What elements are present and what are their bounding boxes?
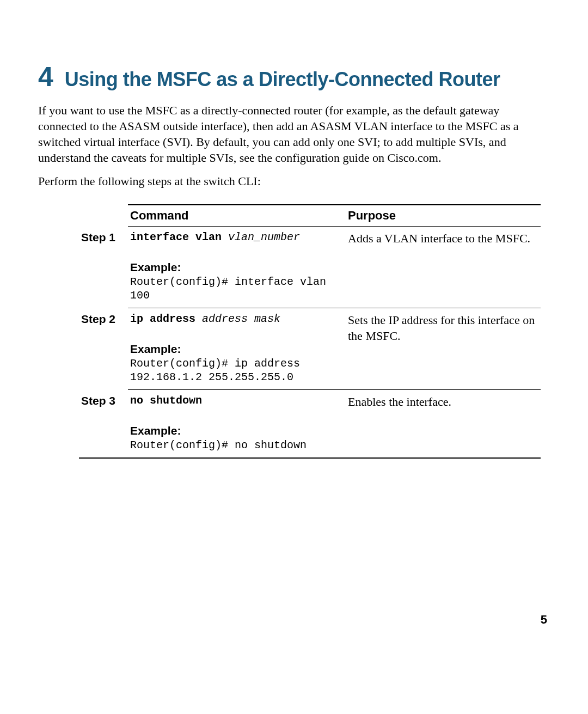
document-page: 4 Using the MSFC as a Directly-Connected… <box>0 0 588 714</box>
lead-paragraph: Perform the following steps at the switc… <box>38 173 547 189</box>
table-row: Step 1 interface vlan vlan_number Exampl… <box>79 227 541 308</box>
command-cell: no shutdown Example: Router(config)# no … <box>128 390 346 459</box>
table-row: Step 2 ip address address mask Example: … <box>79 308 541 390</box>
command-cell: ip address address mask Example: Router(… <box>128 308 346 390</box>
example-label: Example: <box>130 424 340 437</box>
command-syntax: no shutdown <box>130 394 340 407</box>
intro-paragraph: If you want to use the MSFC as a directl… <box>38 102 547 166</box>
command-keyword: no shutdown <box>130 394 202 407</box>
purpose-cell: Enables the interface. <box>346 390 541 459</box>
table-header-row: Command Purpose <box>79 205 541 227</box>
example-code: Router(config)# interface vlan 100 <box>130 275 340 302</box>
section-number: 4 <box>38 62 53 92</box>
step-label: Step 3 <box>79 390 128 459</box>
table-row: Step 3 no shutdown Example: Router(confi… <box>79 390 541 459</box>
page-number: 5 <box>541 613 547 627</box>
step-label: Step 2 <box>79 308 128 390</box>
command-keyword: interface vlan <box>130 231 222 243</box>
example-label: Example: <box>130 261 340 274</box>
command-cell: interface vlan vlan_number Example: Rout… <box>128 227 346 308</box>
section-heading: 4 Using the MSFC as a Directly-Connected… <box>38 61 547 93</box>
command-syntax: interface vlan vlan_number <box>130 231 340 243</box>
section-title: Using the MSFC as a Directly-Connected R… <box>65 68 500 90</box>
steps-table: Command Purpose Step 1 interface vlan vl… <box>79 204 541 459</box>
example-code: Router(config)# ip address 192.168.1.2 2… <box>130 357 340 384</box>
command-keyword: ip address <box>130 313 195 325</box>
command-argument: vlan_number <box>228 231 300 243</box>
command-syntax: ip address address mask <box>130 313 340 325</box>
table-header-step <box>79 205 128 227</box>
example-label: Example: <box>130 343 340 356</box>
example-code: Router(config)# no shutdown <box>130 438 340 452</box>
table-header-command: Command <box>128 205 346 227</box>
table-header-purpose: Purpose <box>346 205 541 227</box>
purpose-cell: Adds a VLAN interface to the MSFC. <box>346 227 541 308</box>
purpose-cell: Sets the IP address for this interface o… <box>346 308 541 390</box>
command-argument: address mask <box>202 313 280 325</box>
step-label: Step 1 <box>79 227 128 308</box>
